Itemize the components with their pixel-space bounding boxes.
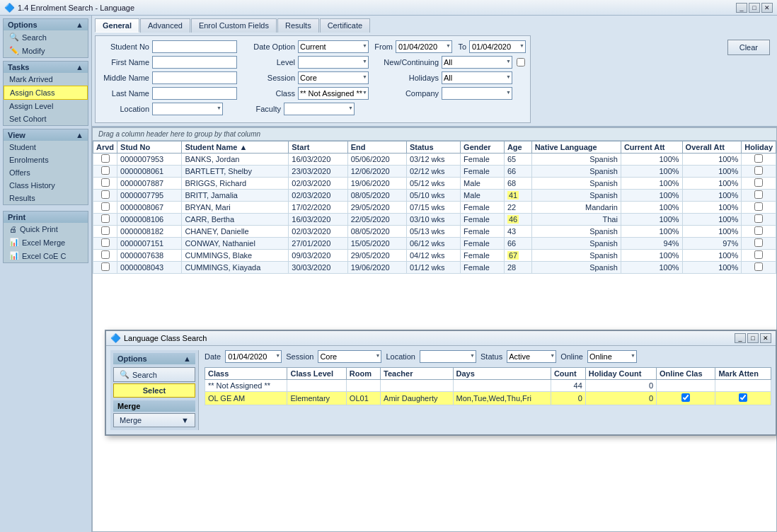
col-native-language[interactable]: Native Language xyxy=(531,141,621,154)
modal-col-teacher[interactable]: Teacher xyxy=(381,368,453,380)
modal-search-btn[interactable]: 🔍 Search xyxy=(113,367,195,382)
arvd-checkbox[interactable] xyxy=(101,154,110,163)
col-age[interactable]: Age xyxy=(504,141,531,154)
col-start[interactable]: Start xyxy=(289,141,347,154)
arvd-checkbox[interactable] xyxy=(101,178,110,187)
class-select[interactable]: ** Not Assigned ** xyxy=(298,87,369,100)
level-select[interactable] xyxy=(298,56,369,69)
table-row[interactable]: 0000008043 CUMMINGS, Kiayada 30/03/2020 … xyxy=(93,262,776,274)
view-header[interactable]: View ▲ xyxy=(4,129,88,141)
modal-minimize-btn[interactable]: _ xyxy=(735,333,746,343)
to-date-input[interactable] xyxy=(469,40,526,53)
modal-col-mark-atten[interactable]: Mark Atten xyxy=(715,368,771,380)
modal-table-row[interactable]: ** Not Assigned ** 44 0 xyxy=(205,380,771,392)
holiday-checkbox[interactable] xyxy=(754,190,763,199)
set-cohort-item[interactable]: Set Cohort xyxy=(4,112,88,125)
holiday-checkbox[interactable] xyxy=(754,238,763,247)
new-continuing-select[interactable]: All xyxy=(442,56,512,69)
minimize-button[interactable]: _ xyxy=(736,3,747,13)
modal-session-select[interactable]: Core xyxy=(318,350,381,363)
table-row[interactable]: 0000007887 BRIGGS, Richard 02/03/2020 19… xyxy=(93,178,776,190)
arvd-checkbox[interactable] xyxy=(101,190,110,199)
tab-results[interactable]: Results xyxy=(277,18,319,33)
table-row[interactable]: 0000007953 BANKS, Jordan 16/03/2020 05/0… xyxy=(93,154,776,166)
offers-item[interactable]: Offers xyxy=(4,166,88,179)
table-row[interactable]: 0000007638 CUMMINGS, Blake 09/03/2020 29… xyxy=(93,250,776,262)
holiday-checkbox[interactable] xyxy=(754,202,763,211)
col-stud-no[interactable]: Stud No xyxy=(117,141,182,154)
modal-table-row[interactable]: OL GE AM Elementary OL01 Amir Daugherty … xyxy=(205,392,771,405)
excel-merge-item[interactable]: 📊 Excel Merge xyxy=(4,236,88,249)
class-history-item[interactable]: Class History xyxy=(4,179,88,192)
student-item[interactable]: Student xyxy=(4,141,88,154)
tab-certificate[interactable]: Certificate xyxy=(320,18,371,33)
quick-print-item[interactable]: 🖨 Quick Print xyxy=(4,223,88,236)
modal-date-input[interactable] xyxy=(225,350,282,363)
holiday-checkbox[interactable] xyxy=(754,166,763,175)
assign-class-item[interactable]: Assign Class xyxy=(4,86,88,100)
col-holiday[interactable]: Holiday xyxy=(742,141,776,154)
holidays-select[interactable]: All xyxy=(442,71,512,84)
location-select[interactable] xyxy=(152,103,223,115)
online-clas-checkbox[interactable] xyxy=(681,393,690,402)
mark-atten-checkbox[interactable] xyxy=(739,393,747,402)
modal-col-holiday-count[interactable]: Holiday Count xyxy=(585,368,656,380)
col-gender[interactable]: Gender xyxy=(461,141,505,154)
modal-col-room[interactable]: Room xyxy=(346,368,380,380)
sidebar-search-item[interactable]: 🔍 Search xyxy=(4,30,88,44)
first-name-input[interactable] xyxy=(152,56,237,69)
modal-col-class-level[interactable]: Class Level xyxy=(287,368,346,380)
window-controls[interactable]: _ □ ✕ xyxy=(736,3,773,13)
tasks-header[interactable]: Tasks ▲ xyxy=(4,62,88,73)
arvd-checkbox[interactable] xyxy=(101,262,110,271)
session-select[interactable]: Core xyxy=(298,71,369,84)
options-header[interactable]: Options ▲ xyxy=(4,19,88,30)
arvd-checkbox[interactable] xyxy=(101,238,110,247)
modal-merge-button[interactable]: Merge ▼ xyxy=(113,413,195,427)
enrolments-item[interactable]: Enrolments xyxy=(4,154,88,166)
modal-close-btn[interactable]: ✕ xyxy=(760,333,771,343)
date-option-select[interactable]: Current xyxy=(298,40,369,53)
modal-online-select[interactable]: Online xyxy=(587,350,637,363)
modal-col-days[interactable]: Days xyxy=(453,368,551,380)
merge-header[interactable]: Print xyxy=(4,212,88,223)
student-no-input[interactable] xyxy=(152,40,237,53)
excel-coe-item[interactable]: 📊 Excel CoE C xyxy=(4,249,88,262)
table-row[interactable]: 0000008067 BRYAN, Mari 17/02/2020 29/05/… xyxy=(93,202,776,214)
assign-level-item[interactable]: Assign Level xyxy=(4,100,88,112)
arvd-checkbox[interactable] xyxy=(101,226,110,235)
col-arvd[interactable]: Arvd xyxy=(93,141,117,154)
modal-location-select[interactable] xyxy=(420,350,476,363)
col-overall-att[interactable]: Overall Att xyxy=(682,141,742,154)
modal-col-count[interactable]: Count xyxy=(551,368,585,380)
arvd-checkbox[interactable] xyxy=(101,202,110,211)
col-student-name[interactable]: Student Name ▲ xyxy=(182,141,289,154)
maximize-button[interactable]: □ xyxy=(749,3,760,13)
holiday-checkbox[interactable] xyxy=(754,178,763,187)
last-name-input[interactable] xyxy=(152,87,237,100)
table-row[interactable]: 0000007795 BRITT, Jamalia 02/03/2020 08/… xyxy=(93,190,776,202)
tab-general[interactable]: General xyxy=(95,18,139,33)
holiday-checkbox[interactable] xyxy=(754,154,763,163)
sidebar-modify-item[interactable]: ✏️ Modify xyxy=(4,44,88,57)
faculty-select[interactable] xyxy=(284,103,355,115)
middle-name-input[interactable] xyxy=(152,71,237,84)
holiday-checkbox[interactable] xyxy=(754,226,763,235)
holiday-checkbox[interactable] xyxy=(754,250,763,259)
col-current-att[interactable]: Current Att xyxy=(621,141,682,154)
modal-select-btn[interactable]: Select xyxy=(113,383,195,398)
holiday-checkbox[interactable] xyxy=(754,262,763,271)
holiday-checkbox[interactable] xyxy=(754,214,763,223)
new-continuing-checkbox[interactable] xyxy=(517,58,525,66)
arvd-checkbox[interactable] xyxy=(101,166,110,175)
clear-button[interactable]: Clear xyxy=(727,40,770,55)
results-item[interactable]: Results xyxy=(4,192,88,204)
modal-window-controls[interactable]: _ □ ✕ xyxy=(735,333,771,343)
col-status[interactable]: Status xyxy=(406,141,460,154)
close-button[interactable]: ✕ xyxy=(761,3,773,13)
modal-col-online-clas[interactable]: Online Clas xyxy=(657,368,715,380)
table-row[interactable]: 0000008061 BARTLETT, Shelby 23/03/2020 1… xyxy=(93,166,776,178)
mark-arrived-item[interactable]: Mark Arrived xyxy=(4,73,88,86)
table-row[interactable]: 0000007151 CONWAY, Nathaniel 27/01/2020 … xyxy=(93,238,776,250)
col-end[interactable]: End xyxy=(347,141,406,154)
